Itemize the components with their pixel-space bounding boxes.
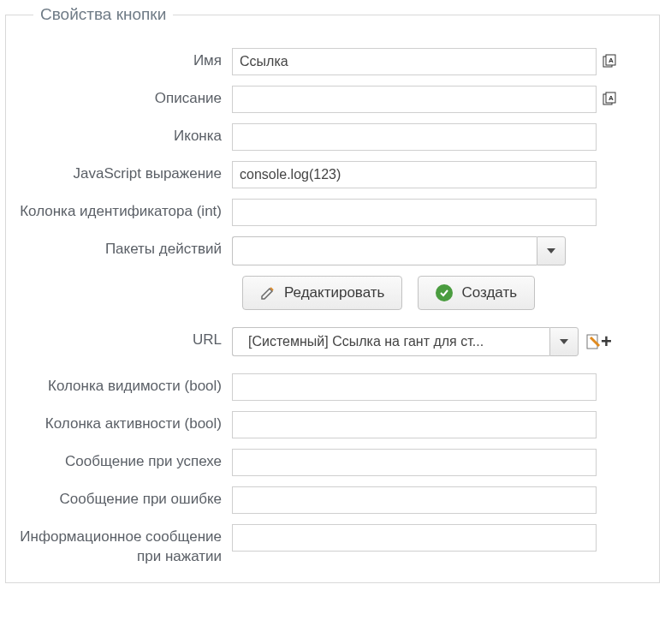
success-message-input[interactable] xyxy=(232,449,597,476)
row-visibility: Колонка видимости (bool) xyxy=(18,373,647,401)
label-info-msg: Информационное сообщение при нажатии xyxy=(18,524,232,567)
edit-url-button[interactable]: + xyxy=(585,332,612,351)
fieldset-legend: Свойства кнопки xyxy=(33,5,173,24)
label-url: URL xyxy=(18,327,232,350)
id-column-input[interactable] xyxy=(232,199,597,226)
url-select[interactable]: [Системный] Ссылка на гант для ст... xyxy=(232,327,579,356)
svg-text:A: A xyxy=(609,94,614,102)
create-button[interactable]: Создать xyxy=(418,276,535,310)
row-description: Описание A xyxy=(18,86,647,113)
label-error-msg: Сообщение при ошибке xyxy=(18,486,232,510)
label-name: Имя xyxy=(18,48,232,71)
row-action-packages: Пакеты действий xyxy=(18,236,647,265)
label-activity: Колонка активности (bool) xyxy=(18,411,232,434)
label-icon: Иконка xyxy=(18,123,232,146)
row-name: Имя A xyxy=(18,48,647,75)
js-expression-input[interactable] xyxy=(232,161,597,188)
row-url: URL [Системный] Ссылка на гант для ст...… xyxy=(18,327,647,356)
action-packages-value xyxy=(232,236,537,265)
svg-text:A: A xyxy=(609,57,614,64)
edit-button-label: Редактировать xyxy=(284,284,384,301)
row-id-column: Колонка идентификатора (int) xyxy=(18,199,647,226)
row-icon: Иконка xyxy=(18,123,647,151)
plus-icon: + xyxy=(601,332,612,351)
row-js: JavaScript выражение xyxy=(18,161,647,188)
error-message-input[interactable] xyxy=(232,486,597,514)
create-button-label: Создать xyxy=(461,284,517,301)
pencil-icon xyxy=(260,285,276,301)
dropdown-button[interactable] xyxy=(537,236,566,265)
edit-button[interactable]: Редактировать xyxy=(242,276,402,310)
description-input[interactable] xyxy=(232,86,597,113)
label-js: JavaScript выражение xyxy=(18,161,232,184)
url-value: [Системный] Ссылка на гант для ст... xyxy=(232,327,549,356)
icon-input[interactable] xyxy=(232,123,597,151)
row-activity: Колонка активности (bool) xyxy=(18,411,647,438)
translate-icon[interactable]: A xyxy=(602,54,617,69)
label-action-packages: Пакеты действий xyxy=(18,236,232,259)
label-success-msg: Сообщение при успехе xyxy=(18,449,232,472)
row-success-msg: Сообщение при успехе xyxy=(18,449,647,476)
button-properties-fieldset: Свойства кнопки Имя A Описание A Иконка xyxy=(5,5,660,583)
label-id-column: Колонка идентификатора (int) xyxy=(18,199,232,222)
chevron-down-icon xyxy=(560,339,568,344)
visibility-column-input[interactable] xyxy=(232,373,597,401)
check-circle-icon xyxy=(436,284,453,301)
action-packages-select[interactable] xyxy=(232,236,566,265)
label-description: Описание xyxy=(18,86,232,109)
row-error-msg: Сообщение при ошибке xyxy=(18,486,647,514)
translate-icon[interactable]: A xyxy=(602,92,617,107)
dropdown-button[interactable] xyxy=(549,327,579,356)
row-info-msg: Информационное сообщение при нажатии xyxy=(18,524,647,567)
edit-page-icon xyxy=(585,333,603,350)
name-input[interactable] xyxy=(232,48,597,75)
info-message-input[interactable] xyxy=(232,524,597,552)
action-buttons-row: Редактировать Создать xyxy=(242,276,647,310)
chevron-down-icon xyxy=(547,248,555,253)
label-visibility: Колонка видимости (bool) xyxy=(18,373,232,397)
activity-column-input[interactable] xyxy=(232,411,597,438)
